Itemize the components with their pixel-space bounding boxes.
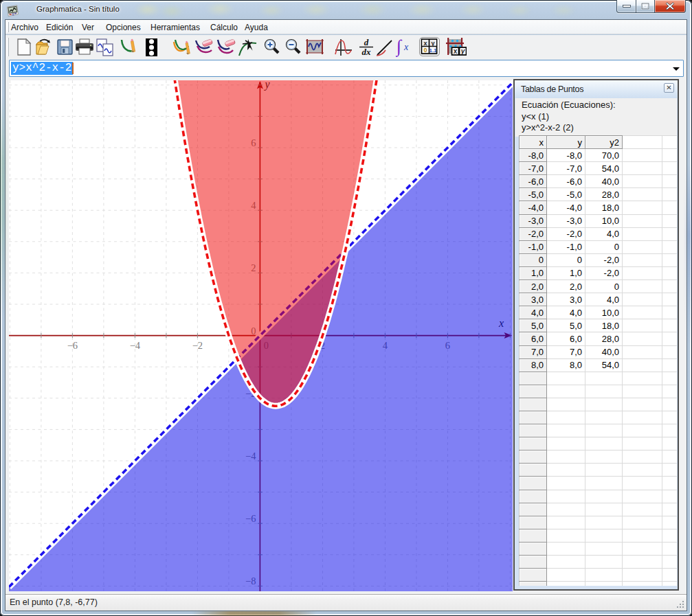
svg-text:−2: −2	[192, 340, 203, 351]
svg-text:x: x	[454, 47, 458, 55]
svg-text:d: d	[364, 38, 369, 47]
svg-text:1.1: 1.1	[429, 47, 437, 54]
svg-text:−6: −6	[67, 340, 78, 351]
svg-text:−4: −4	[130, 340, 141, 351]
svg-text:∫: ∫	[396, 38, 403, 57]
svg-text:0: 0	[423, 47, 427, 54]
svg-text:x: x	[403, 42, 409, 52]
svg-text:y: y	[431, 40, 434, 47]
svg-text:y: y	[460, 47, 465, 55]
svg-text:x: x	[423, 40, 427, 47]
svg-text:dx: dx	[362, 47, 372, 57]
